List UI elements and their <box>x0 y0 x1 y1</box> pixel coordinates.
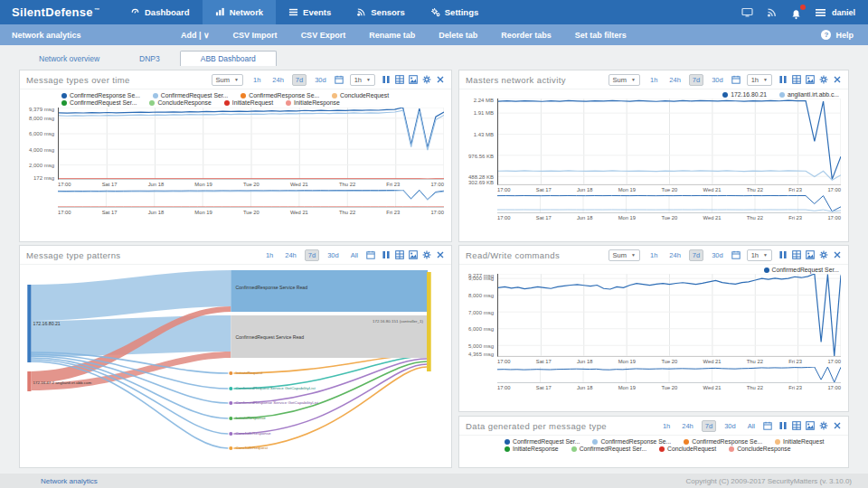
calendar-icon[interactable] <box>366 250 375 259</box>
legend-item[interactable]: ConcludeResponse <box>729 446 790 452</box>
table-view-icon[interactable] <box>792 421 801 430</box>
gear-icon[interactable] <box>819 75 828 84</box>
legend-item[interactable]: 172.16.80.21 <box>722 91 767 98</box>
aggregation-select[interactable]: Sum▼ <box>609 249 640 261</box>
range-7d[interactable]: 7d <box>689 249 703 261</box>
table-view-icon[interactable] <box>395 75 404 84</box>
range-24h[interactable]: 24h <box>678 420 697 432</box>
sankey-node-controller[interactable] <box>427 272 431 371</box>
tab-dnp3[interactable]: DNP3 <box>119 52 180 66</box>
interval-select[interactable]: 1h▼ <box>747 74 772 86</box>
reorder-tabs-button[interactable]: Reorder tabs <box>501 31 552 40</box>
legend-item[interactable]: ConcludeResponse <box>149 99 211 106</box>
range-24h[interactable]: 24h <box>269 74 288 86</box>
range-24h[interactable]: 24h <box>665 74 684 86</box>
calendar-icon[interactable] <box>731 75 741 84</box>
legend-item[interactable]: ConfirmedResponse Se... <box>241 92 319 99</box>
aggregation-select[interactable]: Sum▼ <box>609 74 640 86</box>
sankey-node-confirmed-response[interactable] <box>231 270 428 312</box>
pause-icon[interactable] <box>778 421 788 430</box>
range-1h[interactable]: 1h <box>659 420 674 432</box>
readwrite-chart-plot[interactable] <box>497 274 841 357</box>
legend-item[interactable]: InitiateRequest <box>775 438 824 445</box>
range-1h[interactable]: 1h <box>646 249 661 261</box>
legend-item[interactable]: angliantl.irt.abb.c... <box>779 91 839 98</box>
legend-item[interactable]: InitiateResponse <box>286 99 340 106</box>
interval-select[interactable]: 1h▼ <box>747 249 772 261</box>
range-30d[interactable]: 30d <box>311 74 330 86</box>
aggregation-select[interactable]: Sum▼ <box>212 74 243 86</box>
gear-icon[interactable] <box>819 250 828 259</box>
interval-select[interactable]: 1h▼ <box>350 74 375 86</box>
calendar-icon[interactable] <box>335 75 344 84</box>
close-icon[interactable] <box>436 250 445 259</box>
legend-item[interactable]: ConcludeRequest <box>332 92 389 99</box>
table-view-icon[interactable] <box>395 250 404 259</box>
monitor-icon[interactable] <box>741 7 753 18</box>
chart-navigator[interactable] <box>497 195 841 213</box>
range-30d[interactable]: 30d <box>708 249 727 261</box>
nav-item-dashboard[interactable]: Dashboard <box>118 0 203 24</box>
sankey-flow-colored[interactable] <box>233 359 427 403</box>
range-1h[interactable]: 1h <box>250 74 264 86</box>
legend-item[interactable]: ConfirmedRequest Ser... <box>61 99 137 106</box>
pause-icon[interactable] <box>382 250 391 259</box>
rename-tab-button[interactable]: Rename tab <box>369 31 415 40</box>
masters-chart-plot[interactable] <box>497 99 841 185</box>
legend-item[interactable]: ConfirmedResponse Se... <box>684 438 762 445</box>
legend-item[interactable]: ConfirmedRequest Ser... <box>571 446 646 452</box>
chart-navigator[interactable] <box>497 367 841 383</box>
message-types-chart-plot[interactable] <box>58 108 444 180</box>
export-image-icon[interactable] <box>409 250 418 259</box>
legend-item[interactable]: ConcludeRequest <box>659 446 716 452</box>
legend-item[interactable]: ConfirmedRequest Ser... <box>505 438 580 445</box>
user-menu[interactable]: daniel <box>815 7 855 18</box>
tab-abb-dashboard[interactable]: ABB Dashboard <box>180 51 277 66</box>
close-icon[interactable] <box>833 421 842 430</box>
range-24h[interactable]: 24h <box>281 249 300 261</box>
legend-item[interactable]: ConfirmedResponse Se... <box>592 438 671 445</box>
sensor-status-icon[interactable] <box>766 7 778 18</box>
close-icon[interactable] <box>436 75 445 84</box>
sankey-diagram[interactable]: 172.16.80.21 172.16.47.2 angliantl.irt.a… <box>20 265 451 465</box>
range-30d[interactable]: 30d <box>708 74 727 86</box>
app-logo[interactable]: SilentDefense™ <box>0 0 118 24</box>
calendar-icon[interactable] <box>763 421 772 430</box>
nav-item-events[interactable]: Events <box>276 0 344 24</box>
add-dropdown-button[interactable]: Add | ∨ <box>181 31 210 40</box>
pause-icon[interactable] <box>382 75 391 84</box>
range-7d[interactable]: 7d <box>702 420 716 432</box>
nav-item-sensors[interactable]: Sensors <box>344 0 418 24</box>
sankey-node-master-1[interactable] <box>27 285 31 362</box>
legend-item[interactable]: InitiateRequest <box>224 99 273 106</box>
range-7d[interactable]: 7d <box>292 74 307 86</box>
range-1h[interactable]: 1h <box>646 74 661 86</box>
range-all[interactable]: All <box>744 420 759 432</box>
pause-icon[interactable] <box>778 75 788 84</box>
gear-icon[interactable] <box>422 75 431 84</box>
sankey-node-master-2[interactable] <box>27 371 31 391</box>
chart-navigator[interactable] <box>58 190 444 208</box>
export-image-icon[interactable] <box>409 75 418 84</box>
notifications-bell[interactable] <box>790 7 802 18</box>
legend-item[interactable]: ConfirmedRequest Ser... <box>153 92 228 99</box>
gear-icon[interactable] <box>819 421 828 430</box>
range-all[interactable]: All <box>347 249 362 261</box>
range-24h[interactable]: 24h <box>665 249 684 261</box>
nav-item-settings[interactable]: Settings <box>418 0 491 24</box>
legend-item[interactable]: ConfirmedResponse Se... <box>61 92 140 99</box>
delete-tab-button[interactable]: Delete tab <box>439 31 477 40</box>
gear-icon[interactable] <box>422 250 431 259</box>
range-30d[interactable]: 30d <box>721 420 740 432</box>
range-30d[interactable]: 30d <box>324 249 343 261</box>
pause-icon[interactable] <box>778 250 788 259</box>
table-view-icon[interactable] <box>792 75 801 84</box>
range-7d[interactable]: 7d <box>305 249 319 261</box>
sankey-flow-colored[interactable] <box>233 367 427 448</box>
table-view-icon[interactable] <box>792 250 801 259</box>
legend-item[interactable]: InitiateResponse <box>505 446 559 452</box>
csv-import-button[interactable]: CSV Import <box>233 31 278 40</box>
range-7d[interactable]: 7d <box>689 74 703 86</box>
calendar-icon[interactable] <box>731 250 741 259</box>
footer-breadcrumb-link[interactable]: Network analytics <box>0 477 98 485</box>
